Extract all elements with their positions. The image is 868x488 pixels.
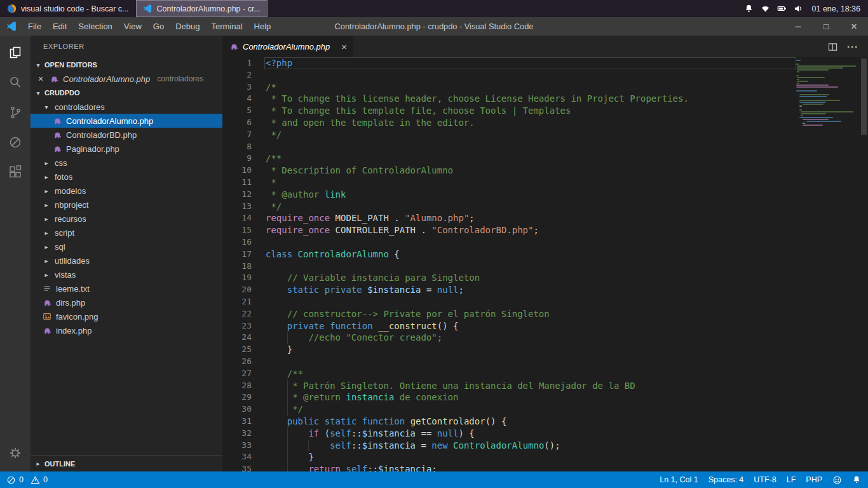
outline-section-header[interactable]: ▸ OUTLINE — [31, 455, 222, 471]
folder-recursos[interactable]: ▸recursos — [31, 212, 222, 226]
code-line-25[interactable]: 25 } — [222, 344, 796, 356]
code-line-30[interactable]: 30 */ — [222, 403, 796, 416]
file-favicon.png[interactable]: favicon.png — [31, 309, 222, 323]
tab-close-icon[interactable]: × — [341, 41, 347, 52]
open-editors-header[interactable]: ▾ OPEN EDITORS — [31, 58, 222, 72]
project-section-header[interactable]: ▾ CRUDPDO — [31, 86, 222, 100]
cursor-position[interactable]: Ln 1, Col 1 — [660, 475, 698, 484]
open-editor-item[interactable]: × ControladorAlumno.php controladores — [31, 72, 222, 86]
chevron-right-icon: ▸ — [33, 460, 43, 467]
volume-icon[interactable] — [794, 4, 803, 13]
encoding-setting[interactable]: UTF-8 — [754, 475, 776, 484]
folder-controladores[interactable]: ▾controladores — [31, 100, 222, 114]
code-line-7[interactable]: 7 */ — [222, 129, 796, 141]
code-line-26[interactable]: 26 — [222, 356, 796, 368]
code-line-19[interactable]: 19 // Variable instancia para Singleton — [222, 272, 796, 284]
extensions-icon[interactable] — [0, 157, 31, 187]
debug-icon[interactable] — [0, 127, 31, 157]
folder-nbproject[interactable]: ▸nbproject — [31, 198, 222, 212]
code-line-35[interactable]: 35 return self::$instancia; — [222, 463, 796, 471]
maximize-button[interactable]: □ — [812, 17, 840, 36]
settings-gear-icon[interactable] — [0, 438, 31, 468]
close-icon[interactable]: × — [36, 74, 45, 84]
code-line-8[interactable]: 8 — [222, 141, 796, 153]
menu-debug[interactable]: Debug — [170, 22, 205, 31]
code-line-18[interactable]: 18 — [222, 261, 796, 273]
code-line-24[interactable]: 24 //echo "Conector creado"; — [222, 332, 796, 344]
folder-fotos[interactable]: ▸fotos — [31, 170, 222, 184]
code-line-5[interactable]: 5 * To change this template file, choose… — [222, 105, 796, 117]
editor[interactable]: 1<?php23/*4 * To change this license hea… — [222, 57, 868, 471]
code-line-9[interactable]: 9/** — [222, 152, 796, 165]
source-control-icon[interactable] — [0, 97, 31, 127]
folder-script[interactable]: ▸script — [31, 226, 222, 240]
minimap-line — [796, 85, 829, 86]
code-line-13[interactable]: 13 */ — [222, 201, 796, 213]
code-line-22[interactable]: 22 // constructor--> Private por el patr… — [222, 308, 796, 320]
file-index.php[interactable]: index.php — [31, 323, 222, 337]
clock[interactable]: 01 ene, 18:36 — [812, 4, 860, 13]
code-line-20[interactable]: 20 static private $instancia = null; — [222, 284, 796, 296]
eol-setting[interactable]: LF — [787, 475, 796, 484]
more-actions-icon[interactable]: ··· — [847, 41, 858, 52]
code-line-17[interactable]: 17class ControladorAlumno { — [222, 248, 796, 261]
code-line-1[interactable]: 1<?php — [222, 57, 796, 69]
code-line-32[interactable]: 32 if (self::$instancia == null) { — [222, 428, 796, 440]
bell-icon[interactable] — [744, 4, 754, 13]
file-leeme.txt[interactable]: leeme.txt — [31, 281, 222, 295]
code-line-27[interactable]: 27 /** — [222, 368, 796, 380]
code-line-21[interactable]: 21 — [222, 296, 796, 308]
code-line-14[interactable]: 14require_once MODEL_PATH . "Alumno.php"… — [222, 212, 796, 224]
code-line-23[interactable]: 23 private function __construct() { — [222, 320, 796, 332]
minimize-button[interactable]: ─ — [784, 17, 812, 36]
code-line-2[interactable]: 2 — [222, 69, 796, 81]
taskbar-item-vscode[interactable]: ControladorAlumno.php - cr... — [136, 0, 268, 17]
menu-help[interactable]: Help — [248, 22, 277, 31]
code-line-15[interactable]: 15require_once CONTROLLER_PATH . "Contro… — [222, 224, 796, 236]
indent-setting[interactable]: Spaces: 4 — [709, 475, 744, 484]
php-file-icon — [52, 116, 62, 126]
tab-controladoralumno[interactable]: ControladorAlumno.php × — [222, 36, 353, 57]
code-line-6[interactable]: 6 * and open the template in the editor. — [222, 117, 796, 129]
folder-vistas[interactable]: ▸vistas — [31, 268, 222, 281]
menu-view[interactable]: View — [118, 22, 147, 31]
close-button[interactable]: × — [840, 17, 868, 36]
code-line-10[interactable]: 10 * Description of ControladorAlumno — [222, 165, 796, 177]
folder-utilidades[interactable]: ▸utilidades — [31, 254, 222, 268]
taskbar-item-firefox[interactable]: visual studio code - Buscar c... — [0, 0, 136, 17]
file-ControladorAlumno.php[interactable]: ControladorAlumno.php — [31, 114, 222, 128]
scrollbar-thumb[interactable] — [861, 58, 867, 135]
code-line-34[interactable]: 34 } — [222, 451, 796, 463]
code-line-28[interactable]: 28 * Patrón Singleton. Ontiene una insta… — [222, 380, 796, 392]
notifications-bell-icon[interactable] — [852, 475, 862, 485]
menu-terminal[interactable]: Terminal — [205, 22, 248, 31]
menu-file[interactable]: File — [22, 22, 47, 31]
code-line-29[interactable]: 29 * @return instancia de conexion — [222, 391, 796, 403]
menu-go[interactable]: Go — [147, 22, 170, 31]
split-editor-icon[interactable] — [828, 42, 837, 51]
search-icon[interactable] — [0, 67, 31, 97]
code-line-16[interactable]: 16 — [222, 236, 796, 248]
editor-scrollbar[interactable] — [860, 57, 868, 471]
minimap[interactable] — [796, 57, 860, 471]
menu-selection[interactable]: Selection — [72, 22, 118, 31]
folder-sql[interactable]: ▸sql — [31, 240, 222, 254]
wifi-icon[interactable] — [761, 4, 770, 13]
code-line-12[interactable]: 12 * @author link — [222, 189, 796, 201]
code-line-3[interactable]: 3/* — [222, 81, 796, 93]
folder-css[interactable]: ▸css — [31, 156, 222, 170]
folder-modelos[interactable]: ▸modelos — [31, 184, 222, 198]
language-mode[interactable]: PHP — [806, 475, 822, 484]
code-line-31[interactable]: 31 public static function getControlador… — [222, 416, 796, 428]
code-line-4[interactable]: 4 * To change this license header, choos… — [222, 93, 796, 105]
problems-indicator[interactable]: 0 0 — [6, 475, 51, 485]
file-ControladorBD.php[interactable]: ControladorBD.php — [31, 128, 222, 142]
explorer-icon[interactable] — [0, 37, 31, 67]
code-line-11[interactable]: 11 * — [222, 177, 796, 189]
file-dirs.php[interactable]: dirs.php — [31, 295, 222, 309]
file-Paginador.php[interactable]: Paginador.php — [31, 142, 222, 156]
menu-edit[interactable]: Edit — [47, 22, 72, 31]
feedback-smiley-icon[interactable] — [832, 475, 842, 485]
code-line-33[interactable]: 33 self::$instancia = new ControladorAlu… — [222, 440, 796, 452]
battery-icon[interactable] — [777, 4, 787, 13]
